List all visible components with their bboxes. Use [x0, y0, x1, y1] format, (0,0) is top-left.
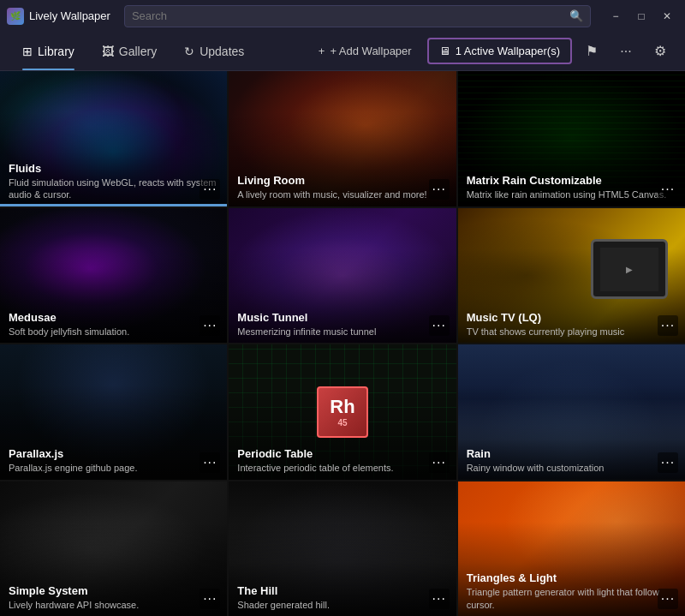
card-title: Periodic Table	[237, 447, 447, 460]
card-description: Shader generated hill.	[237, 599, 447, 611]
updates-icon: ↻	[184, 45, 194, 58]
active-wallpaper-label: 1 Active Wallpaper(s)	[456, 45, 560, 57]
card-title: Music TV (LQ)	[467, 311, 676, 324]
wallpaper-grid: Fluids Fluid simulation using WebGL, rea…	[0, 71, 685, 616]
app-title: 🌿 Lively Wallpaper	[7, 8, 110, 25]
card-more-button[interactable]: ···	[658, 452, 678, 473]
card-description: Triangle pattern generator with light th…	[467, 586, 676, 611]
card-more-button[interactable]: ···	[429, 179, 450, 200]
card-description: Soft body jellyfish simulation.	[9, 326, 218, 338]
search-bar[interactable]: 🔍	[124, 5, 591, 27]
card-info: Living Room A lively room with music, vi…	[229, 167, 456, 206]
tab-library-label: Library	[38, 45, 74, 58]
card-info: Medusae Soft body jellyfish simulation.	[0, 304, 227, 343]
nav-tabs: ⊞ Library 🖼 Gallery ↻ Updates	[10, 39, 305, 63]
more-options-button[interactable]: ···	[611, 37, 640, 66]
card-info: Music TV (LQ) TV that shows currently pl…	[458, 304, 685, 343]
active-wallpaper-button[interactable]: 🖥 1 Active Wallpaper(s)	[427, 38, 572, 64]
wallpaper-card-medusae[interactable]: Medusae Soft body jellyfish simulation. …	[0, 208, 227, 344]
card-title: Medusae	[9, 311, 218, 324]
search-input[interactable]	[132, 9, 564, 22]
library-icon: ⊞	[22, 45, 33, 58]
window-controls: − □ ✕	[605, 5, 678, 27]
active-indicator	[0, 204, 227, 206]
gallery-icon: 🖼	[102, 45, 114, 58]
card-description: TV that shows currently playing music	[467, 326, 676, 338]
card-info: Triangles & Light Triangle pattern gener…	[458, 565, 685, 616]
card-title: Living Room	[237, 174, 447, 187]
settings-button[interactable]: ⚙	[646, 37, 675, 66]
add-icon: +	[319, 45, 325, 57]
app-title-text: Lively Wallpaper	[29, 9, 110, 22]
card-info: Rain Rainy window with customization	[458, 440, 685, 479]
card-more-button[interactable]: ···	[200, 452, 220, 473]
card-info: Parallax.js Parallax.js engine github pa…	[0, 440, 227, 479]
card-description: Parallax.js engine github page.	[9, 462, 218, 474]
wallpaper-card-simplesystem[interactable]: Simple System Lively hardware API showca…	[0, 481, 227, 617]
toolbar-right: + + Add Wallpaper 🖥 1 Active Wallpaper(s…	[308, 37, 675, 66]
tab-updates-label: Updates	[200, 45, 244, 58]
card-title: Simple System	[9, 584, 218, 597]
maximize-button[interactable]: □	[630, 5, 652, 27]
card-more-button[interactable]: ···	[658, 179, 678, 200]
card-title: Matrix Rain Customizable	[467, 174, 676, 187]
close-button[interactable]: ✕	[656, 5, 678, 27]
wallpaper-card-livingroom[interactable]: Living Room A lively room with music, vi…	[229, 71, 456, 206]
wallpaper-card-matrix[interactable]: Matrix Rain Customizable Matrix like rai…	[458, 71, 685, 206]
toolbar: ⊞ Library 🖼 Gallery ↻ Updates + + Add Wa…	[0, 32, 685, 71]
card-title: Rain	[467, 447, 676, 460]
card-description: Lively hardware API showcase.	[9, 599, 218, 611]
card-info: The Hill Shader generated hill.	[229, 577, 456, 616]
card-more-button[interactable]: ···	[658, 315, 678, 336]
card-more-button[interactable]: ···	[200, 589, 220, 609]
card-title: Music Tunnel	[237, 311, 447, 324]
wallpaper-card-parallax[interactable]: Parallax.js Parallax.js engine github pa…	[0, 344, 227, 480]
card-description: A lively room with music, visualizer and…	[237, 188, 447, 200]
card-more-button[interactable]: ···	[429, 452, 450, 473]
card-more-button[interactable]: ···	[200, 179, 220, 200]
tab-gallery[interactable]: 🖼 Gallery	[90, 39, 169, 63]
wallpaper-card-fluids[interactable]: Fluids Fluid simulation using WebGL, rea…	[0, 71, 227, 206]
card-info: Fluids Fluid simulation using WebGL, rea…	[0, 155, 227, 206]
card-description: Mesmerizing infinite music tunnel	[237, 326, 447, 338]
titlebar: 🌿 Lively Wallpaper 🔍 − □ ✕	[0, 0, 685, 32]
card-title: Fluids	[9, 162, 218, 175]
card-description: Matrix like rain animation using HTML5 C…	[467, 188, 676, 200]
card-more-button[interactable]: ···	[429, 315, 450, 336]
card-title: Parallax.js	[9, 447, 218, 460]
wallpaper-card-thehill[interactable]: The Hill Shader generated hill. ···	[229, 481, 456, 617]
card-title: Triangles & Light	[467, 571, 676, 584]
card-description: Interactive periodic table of elements.	[237, 462, 447, 474]
wallpaper-card-musictunnel[interactable]: Music Tunnel Mesmerizing infinite music …	[229, 208, 456, 344]
add-wallpaper-button[interactable]: + + Add Wallpaper	[308, 39, 422, 63]
periodic-icon: Rh45	[317, 386, 368, 438]
wallpaper-card-periodic[interactable]: Rh45 Periodic Table Interactive periodic…	[229, 344, 456, 480]
minimize-button[interactable]: −	[605, 5, 627, 27]
card-info: Music Tunnel Mesmerizing infinite music …	[229, 304, 456, 343]
add-wallpaper-label: + Add Wallpaper	[330, 45, 411, 57]
card-more-button[interactable]: ···	[200, 315, 220, 336]
wallpaper-card-rain[interactable]: Rain Rainy window with customization ···	[458, 344, 685, 480]
tab-library[interactable]: ⊞ Library	[10, 39, 86, 63]
card-info: Matrix Rain Customizable Matrix like rai…	[458, 167, 685, 206]
card-info: Periodic Table Interactive periodic tabl…	[229, 440, 456, 479]
card-title: The Hill	[237, 584, 447, 597]
tab-gallery-label: Gallery	[119, 45, 157, 58]
wallpaper-card-musictv[interactable]: ▶ Music TV (LQ) TV that shows currently …	[458, 208, 685, 344]
search-icon: 🔍	[569, 9, 583, 22]
tab-updates[interactable]: ↻ Updates	[172, 39, 256, 63]
card-description: Rainy window with customization	[467, 462, 676, 474]
card-more-button[interactable]: ···	[429, 589, 450, 609]
monitor-icon: 🖥	[439, 45, 450, 57]
app-icon: 🌿	[7, 8, 24, 25]
tv-shape: ▶	[591, 239, 668, 299]
card-more-button[interactable]: ···	[658, 589, 678, 609]
card-info: Simple System Lively hardware API showca…	[0, 577, 227, 616]
flag-button[interactable]: ⚑	[577, 37, 606, 66]
wallpaper-card-triangles[interactable]: Triangles & Light Triangle pattern gener…	[458, 481, 685, 617]
card-description: Fluid simulation using WebGL, reacts wit…	[9, 176, 218, 201]
